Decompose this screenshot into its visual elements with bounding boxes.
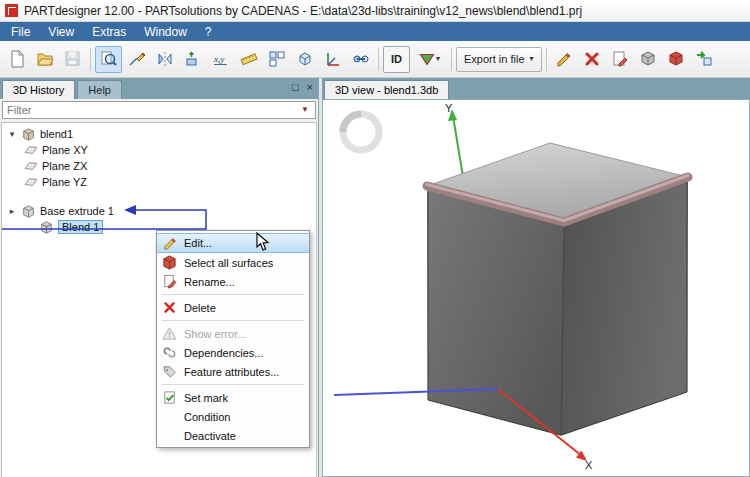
open-project-button[interactable] [31, 46, 58, 73]
tree-label: Plane YZ [42, 176, 87, 188]
3d-viewport[interactable]: Y X [322, 99, 750, 477]
wireframe-box-button[interactable] [291, 46, 318, 73]
panel-window-buttons: □ × [292, 82, 313, 93]
export-in-file-button[interactable]: Export in file ▾ [456, 47, 542, 72]
toolbar-separator [90, 48, 91, 71]
tree-row-plane-xy[interactable]: Plane XY [2, 142, 316, 158]
filter-input[interactable] [2, 101, 316, 119]
mirror-button[interactable] [151, 46, 178, 73]
preview-button[interactable] [95, 46, 122, 73]
menu-extras[interactable]: Extras [83, 23, 135, 41]
export-in-file-label: Export in file [464, 53, 525, 65]
main-area: 3D History Help □ × ▼ ▾ blend1 [0, 78, 750, 477]
id-button-label: ID [391, 53, 402, 65]
delete-x-icon [161, 301, 178, 314]
extrude-button[interactable] [179, 46, 206, 73]
menu-item-label: Set mark [184, 392, 228, 404]
menu-item-show-error[interactable]: Show error... [157, 324, 309, 343]
plane-icon [23, 144, 38, 156]
tab-3d-view[interactable]: 3D view - blend1.3db [324, 80, 449, 99]
delete-feature-button[interactable] [579, 46, 606, 73]
id-button[interactable]: ID [383, 46, 410, 73]
svg-text:x,y: x,y [213, 54, 224, 64]
panel-restore-button[interactable]: □ [292, 82, 299, 93]
tree-row-base-extrude[interactable]: ▸ Base extrude 1 [2, 203, 316, 219]
projection-views-button[interactable] [263, 46, 290, 73]
menu-separator [162, 320, 304, 321]
menu-separator [162, 294, 304, 295]
tab-3d-history[interactable]: 3D History [2, 80, 75, 99]
tree-spacer [2, 190, 316, 203]
filter-dropdown-icon[interactable]: ▼ [301, 105, 309, 114]
package-button[interactable] [635, 46, 662, 73]
menu-item-delete[interactable]: Delete [157, 298, 309, 317]
menu-item-label: Select all surfaces [184, 257, 273, 269]
wire-cube-icon [296, 50, 314, 68]
sketch-button[interactable] [123, 46, 150, 73]
expander-icon[interactable]: ▾ [7, 129, 17, 139]
blend-feature-icon [39, 221, 54, 234]
tree-label-selected: Blend 1 [58, 220, 103, 234]
app-logo-icon [5, 4, 18, 17]
filter-row: ▼ [0, 99, 318, 122]
toolbar-separator [378, 48, 379, 71]
menu-window[interactable]: Window [135, 23, 196, 41]
tab-help[interactable]: Help [77, 80, 122, 99]
gray-cube-icon [639, 50, 657, 68]
menu-item-feature-attributes[interactable]: Feature attributes... [157, 362, 309, 381]
tree-row-blend1[interactable]: ▾ blend1 [2, 126, 316, 142]
dropdown-caret-icon: ▾ [436, 55, 440, 63]
new-document-icon [8, 50, 26, 68]
edit-pencil-icon [555, 50, 573, 68]
measure-button[interactable] [235, 46, 262, 73]
menu-item-label: Feature attributes... [184, 366, 279, 378]
panel-close-button[interactable]: × [307, 82, 313, 93]
menu-help[interactable]: ? [196, 23, 221, 41]
menu-item-set-mark[interactable]: Set mark [157, 388, 309, 407]
application-window: PARTdesigner 12.00 - PARTsolutions by CA… [0, 0, 750, 477]
save-icon [64, 50, 82, 68]
menu-item-rename[interactable]: Rename... [157, 272, 309, 291]
expander-icon[interactable]: ▸ [7, 206, 17, 216]
menu-view[interactable]: View [39, 23, 83, 41]
toolbar: x,y ID ▾ Export in file ▾ [0, 41, 750, 78]
rename-page-icon [161, 274, 178, 289]
cube-front-face [427, 188, 564, 435]
menu-item-condition[interactable]: Condition [157, 407, 309, 426]
remove-solid-button[interactable] [663, 46, 690, 73]
tree-row-plane-zx[interactable]: Plane ZX [2, 158, 316, 174]
extrude-feature-icon [21, 205, 36, 218]
menu-item-label: Condition [184, 411, 230, 423]
menu-item-edit[interactable]: Edit... [157, 233, 309, 253]
extrude-icon [184, 50, 202, 68]
insert-part-button[interactable] [691, 46, 718, 73]
menu-separator [162, 384, 304, 385]
rename-feature-button[interactable] [607, 46, 634, 73]
assembly-button[interactable] [347, 46, 374, 73]
menu-item-select-all-surfaces[interactable]: Select all surfaces [157, 253, 309, 272]
edit-pencil-icon [161, 236, 178, 251]
red-cube-icon [667, 50, 685, 68]
green-triangle-icon [418, 50, 436, 68]
new-document-button[interactable] [3, 46, 30, 73]
variables-icon: x,y [212, 50, 230, 68]
menu-bar: File View Extras Window ? [0, 22, 750, 41]
menu-item-dependencies[interactable]: Dependencies... [157, 343, 309, 362]
tree-row-plane-yz[interactable]: Plane YZ [2, 174, 316, 190]
coordinate-system-button[interactable] [319, 46, 346, 73]
variables-button[interactable]: x,y [207, 46, 234, 73]
menu-item-label: Dependencies... [184, 347, 264, 359]
title-bar: PARTdesigner 12.00 - PARTsolutions by CA… [0, 0, 750, 22]
right-tab-strip: 3D view - blend1.3db [322, 78, 750, 99]
delete-x-icon [584, 51, 600, 67]
save-button[interactable] [59, 46, 86, 73]
topology-check-button[interactable]: ▾ [411, 46, 447, 73]
menu-file[interactable]: File [2, 23, 39, 41]
menu-item-deactivate[interactable]: Deactivate [157, 426, 309, 445]
toolbar-separator [451, 48, 452, 71]
edit-feature-button[interactable] [551, 46, 578, 73]
cube-solid [427, 143, 688, 435]
plane-icon [23, 176, 38, 188]
tree-label: Base extrude 1 [40, 205, 114, 217]
menu-item-label: Rename... [184, 276, 235, 288]
